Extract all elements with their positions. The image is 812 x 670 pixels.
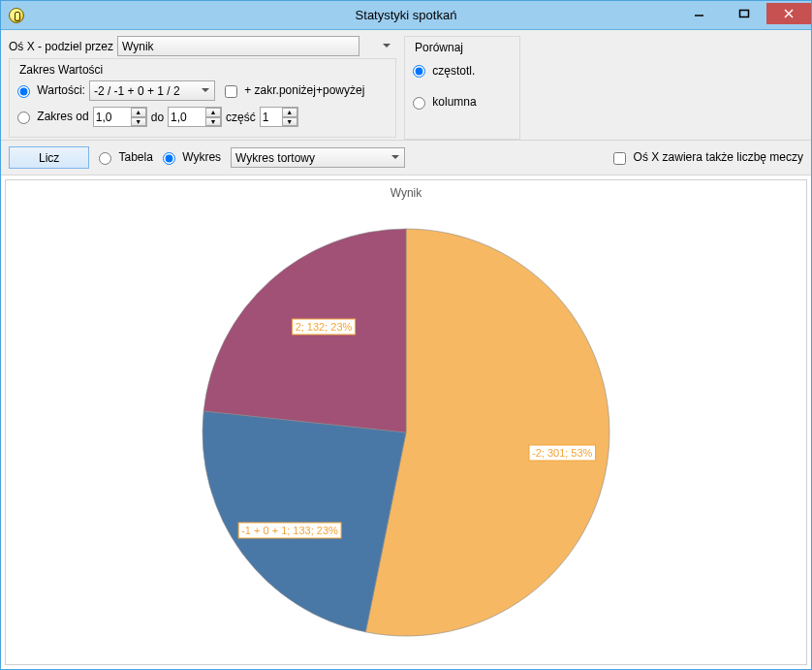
maximize-icon (738, 8, 750, 19)
minimize-button[interactable] (677, 3, 722, 24)
range-fieldset: Zakres Wartości Wartości: -2 / -1 + 0 + … (9, 58, 396, 138)
toolbar: Licz Tabela Wykres Wykres tortowy Oś X z… (1, 141, 811, 175)
pie-slice-label: -2; 301; 53% (532, 447, 593, 459)
range-from-radio-label: Zakres od (37, 110, 88, 123)
window: Statystyki spotkań Oś X - podziel przez … (0, 0, 812, 670)
compare-column-label: kolumna (432, 95, 476, 109)
table-radio[interactable]: Tabela (99, 150, 153, 164)
chart-radio-input[interactable] (163, 152, 175, 165)
axis-label: Oś X - podziel przez (9, 40, 113, 53)
close-icon (783, 8, 795, 19)
plus-range-checkbox-label: + zakr.poniżej+powyżej (244, 83, 364, 97)
chart-radio-label: Wykres (182, 150, 221, 164)
window-controls (677, 7, 811, 24)
table-radio-input[interactable] (99, 152, 111, 165)
plus-range-checkbox[interactable]: + zakr.poniżej+powyżej (225, 83, 364, 97)
axis-select[interactable]: Wynik (117, 36, 359, 56)
x-count-checkbox-input[interactable] (613, 152, 626, 165)
x-count-checkbox-label: Oś X zawiera także liczbę meczy (634, 150, 803, 164)
values-radio-input[interactable] (17, 85, 30, 98)
values-radio[interactable]: Wartości: (17, 83, 85, 97)
parts-label: część (226, 111, 256, 124)
titlebar: Statystyki spotkań (1, 1, 811, 30)
compare-freq-label: częstotl. (432, 64, 475, 78)
compare-freq-radio-input[interactable] (413, 65, 425, 78)
range-fieldset-legend: Zakres Wartości (17, 63, 105, 77)
pie-chart: -2; 301; 53%-1 + 0 + 1; 133; 23%2; 132; … (6, 207, 806, 656)
compare-column-radio-input[interactable] (413, 97, 425, 110)
chart-title: Wynik (6, 186, 806, 200)
range-from-spinner[interactable]: ▲▼ (131, 108, 146, 126)
app-icon (9, 8, 24, 23)
range-from-radio-input[interactable] (17, 112, 30, 124)
close-button[interactable] (766, 3, 811, 24)
plus-range-checkbox-input[interactable] (225, 85, 237, 98)
maximize-button[interactable] (722, 3, 766, 24)
values-radio-label: Wartości: (37, 83, 85, 97)
values-select[interactable]: -2 / -1 + 0 + 1 / 2 (89, 80, 215, 101)
minimize-icon (694, 8, 705, 19)
svg-rect-1 (740, 10, 749, 16)
pie-slice-label: 2; 132; 23% (296, 321, 353, 333)
range-from-radio[interactable]: Zakres od (17, 110, 89, 123)
chart-radio[interactable]: Wykres (163, 150, 221, 164)
compare-fieldset: Porównaj częstotl. kolumna (404, 36, 520, 140)
compare-column-radio[interactable]: kolumna (413, 95, 477, 109)
pie-svg: -2; 301; 53%-1 + 0 + 1; 133; 23%2; 132; … (164, 205, 648, 660)
parts-spinner[interactable]: ▲▼ (282, 108, 297, 126)
chart-type-select[interactable]: Wykres tortowy (231, 147, 405, 168)
range-to-spinner[interactable]: ▲▼ (205, 108, 221, 126)
compare-column: Porównaj częstotl. kolumna (404, 34, 520, 138)
compare-freq-radio[interactable]: częstotl. (413, 64, 475, 78)
settings-panel: Oś X - podziel przez Wynik Zakres Wartoś… (1, 30, 811, 141)
range-to-label: do (151, 111, 164, 124)
table-radio-label: Tabela (118, 150, 152, 164)
settings-left: Oś X - podziel przez Wynik Zakres Wartoś… (9, 34, 396, 138)
x-count-checkbox[interactable]: Oś X zawiera także liczbę meczy (613, 150, 803, 164)
compute-button[interactable]: Licz (9, 146, 89, 169)
compare-fieldset-legend: Porównaj (413, 41, 465, 54)
chart-area: Wynik -2; 301; 53%-1 + 0 + 1; 133; 23%2;… (5, 179, 807, 665)
pie-slice-label: -1 + 0 + 1; 133; 23% (241, 525, 338, 536)
